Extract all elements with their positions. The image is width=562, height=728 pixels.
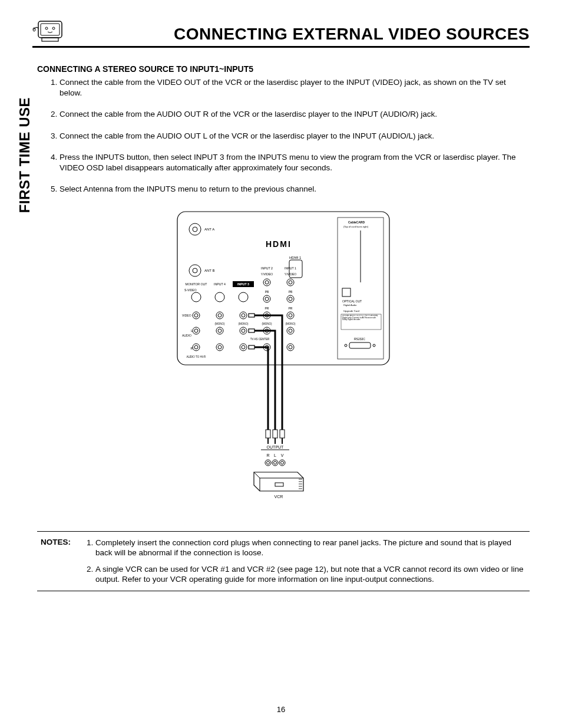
svideo-label: S-VIDEO: [184, 288, 197, 292]
svg-point-41: [242, 314, 245, 317]
vcr-r-label: R: [266, 453, 269, 457]
svg-point-73: [345, 344, 347, 347]
svg-point-15: [239, 292, 248, 302]
svg-point-74: [373, 344, 375, 347]
svg-point-8: [193, 227, 197, 232]
svg-point-88: [274, 461, 277, 464]
svg-point-33: [289, 314, 292, 317]
svg-point-43: [194, 329, 198, 332]
step-item: Connect the cable from the AUDIO OUT R o…: [59, 109, 530, 120]
tv-as-center-label: TV AS CENTER: [250, 338, 270, 341]
svg-point-89: [279, 460, 285, 466]
svg-text:PB: PB: [265, 290, 269, 294]
section-heading: CONNECTING A STEREO SOURCE TO INPUT1~INP…: [37, 64, 530, 74]
ant-a-label: ANT A: [204, 228, 214, 231]
svg-text:PR: PR: [265, 307, 269, 310]
cablecard-label: CableCARD: [348, 220, 365, 224]
svg-point-56: [240, 344, 247, 351]
svg-point-53: [194, 345, 198, 349]
col-input4: INPUT 4: [214, 282, 226, 286]
step-item: Connect the cable from the AUDIO OUT L o…: [59, 131, 530, 141]
svg-point-86: [267, 461, 270, 464]
svg-rect-1: [41, 24, 59, 35]
svg-point-38: [216, 312, 223, 319]
svg-text:(MONO): (MONO): [286, 322, 296, 325]
svg-rect-79: [273, 430, 277, 438]
svg-point-32: [287, 312, 294, 319]
note-item: Completely insert the connection cord pl…: [95, 538, 526, 558]
svg-point-39: [218, 314, 222, 317]
vcr-l-label: L: [274, 453, 276, 457]
step-item: Connect the cable from the VIDEO OUT of …: [59, 77, 530, 98]
svg-point-61: [289, 345, 292, 349]
note-item: A single VCR can be used for VCR #1 and …: [95, 564, 526, 585]
svg-point-45: [218, 329, 222, 332]
svg-point-85: [265, 460, 271, 466]
section-tab: FIRST TIME USE: [16, 0, 33, 97]
svg-point-27: [289, 281, 292, 284]
step-list: Connect the cable from the VIDEO OUT of …: [37, 77, 530, 195]
svg-point-13: [191, 292, 201, 302]
notes-label: NOTES:: [41, 538, 71, 585]
svg-point-26: [287, 279, 294, 286]
svg-point-9: [189, 265, 201, 276]
svg-point-40: [240, 312, 247, 319]
svg-point-17: [263, 279, 270, 286]
svg-point-87: [272, 460, 278, 466]
vcr-device-label: VCR: [275, 495, 283, 499]
page-title: CONNECTING EXTERNAL VIDEO SOURCES: [65, 25, 530, 44]
svg-point-18: [265, 281, 269, 284]
svg-point-10: [193, 268, 197, 273]
svg-point-47: [242, 329, 245, 332]
svg-point-57: [242, 345, 245, 349]
step-item: Select Antenna from the INPUTS menu to r…: [59, 184, 530, 195]
svg-point-14: [215, 292, 224, 302]
vcr-output-label: OUTPUT: [267, 445, 285, 449]
svg-rect-80: [280, 430, 285, 438]
audio-row-label: AUDIO: [182, 334, 191, 337]
svg-point-20: [263, 295, 270, 302]
svg-point-46: [240, 327, 247, 334]
svg-point-90: [281, 461, 284, 464]
svg-text:(MONO): (MONO): [239, 322, 249, 325]
svg-point-7: [189, 223, 201, 235]
svg-point-30: [289, 297, 292, 301]
upgrade-label: Upgrade Card: [343, 309, 360, 312]
notes-list: Completely insert the connection cord pl…: [81, 538, 526, 585]
svg-rect-77: [249, 345, 254, 349]
svg-text:(Top of card faces right): (Top of card faces right): [343, 225, 369, 228]
svg-rect-76: [249, 329, 254, 332]
svg-rect-72: [349, 342, 371, 348]
hdmi-logo: HDMI: [266, 239, 292, 249]
svg-point-44: [216, 327, 223, 334]
svg-point-2: [45, 27, 48, 29]
svg-point-29: [287, 295, 294, 302]
svg-text:Digital Audio: Digital Audio: [343, 304, 357, 307]
svg-point-36: [193, 312, 200, 319]
col-input1: INPUT 1: [285, 266, 296, 270]
svg-rect-69: [342, 288, 351, 297]
svg-point-21: [265, 297, 269, 301]
page-number: 16: [0, 705, 562, 714]
step-item: Press the INPUTS button, then select INP…: [59, 152, 530, 173]
optical-label: OPTICAL OUT: [342, 299, 362, 303]
svg-point-55: [218, 345, 222, 349]
svg-point-37: [194, 314, 198, 317]
svg-point-51: [289, 329, 292, 332]
tv-mascot-icon: [32, 18, 65, 44]
svg-point-60: [287, 344, 294, 351]
title-rule: [32, 46, 530, 48]
svg-point-52: [193, 344, 200, 351]
col-monitorout: MONITOR OUT: [186, 282, 208, 286]
svg-rect-75: [249, 314, 254, 317]
svg-text:PB: PB: [289, 290, 293, 294]
video-row-label: VIDEO: [182, 314, 191, 317]
col-input2: INPUT 2: [261, 266, 273, 270]
col-input3: INPUT 3: [237, 282, 249, 286]
svg-text:(MONO): (MONO): [215, 322, 225, 325]
svg-rect-4: [42, 38, 58, 41]
svg-text:(MONO): (MONO): [262, 322, 272, 325]
ant-b-label: ANT B: [204, 269, 215, 272]
rs232c-label: RS232C: [354, 337, 365, 341]
svg-rect-78: [266, 430, 270, 438]
